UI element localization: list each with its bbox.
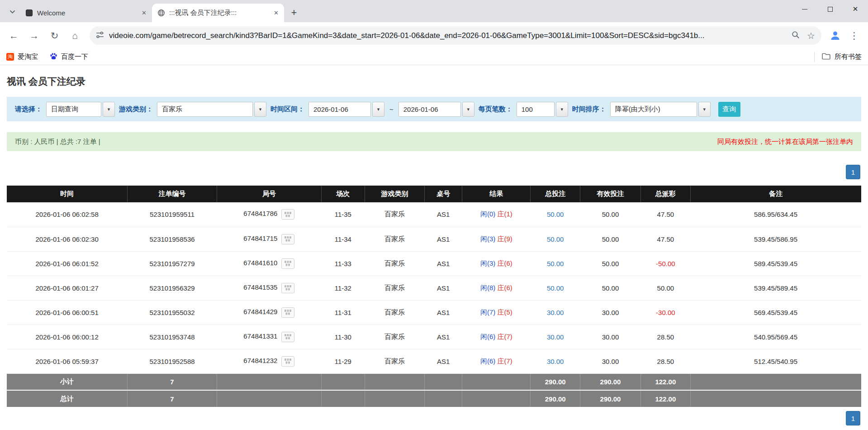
maximize-button[interactable] (817, 0, 843, 18)
folder-icon (822, 53, 830, 61)
cell-round: 674841331 (217, 325, 321, 349)
refresh-icon[interactable]: ↻ (45, 26, 64, 45)
url-bar[interactable]: videoie.com/game/betrecord_search/kind3?… (90, 26, 821, 45)
col-total-bet: 总投注 (531, 186, 580, 202)
search-button[interactable]: 查询 (718, 102, 740, 117)
round-detail-icon[interactable] (281, 283, 294, 293)
chevron-down-icon[interactable]: ▾ (372, 102, 384, 117)
minimize-button[interactable] (792, 0, 817, 18)
chevron-down-icon[interactable]: ▾ (254, 102, 266, 117)
summary-bar: 币别 : 人民币 | 总共 :7 注单 | 同局有效投注，统一计算在该局第一张注… (7, 132, 861, 151)
cell-time: 2026-01-06 06:00:51 (7, 300, 127, 325)
profile-avatar-icon[interactable] (827, 28, 843, 44)
cell-total-bet: 30.00 (531, 300, 580, 325)
date-start-select[interactable]: 2026-01-06 ▾ (308, 102, 384, 117)
tab-welcome[interactable]: Welcome ✕ (20, 4, 152, 22)
chevron-down-icon[interactable]: ▾ (103, 102, 115, 117)
cell-total-bet: 50.00 (531, 276, 580, 300)
tab-betrecord[interactable]: :::视讯 会员下注纪录::: ✕ (152, 4, 284, 22)
col-result: 结果 (462, 186, 531, 202)
cell-game: 百家乐 (365, 325, 424, 349)
browser-menu-icon[interactable]: ⋮ (845, 26, 863, 45)
cell-bet-id: 523101952588 (127, 349, 217, 373)
total-bet-link[interactable]: 30.00 (547, 309, 564, 316)
result-player: 闲(3) (480, 235, 495, 243)
cell-bet-id: 523101958536 (127, 227, 217, 251)
query-type-select[interactable]: 日期查询 ▾ (46, 102, 115, 117)
tab-close-icon[interactable]: ✕ (271, 8, 280, 18)
round-detail-icon[interactable] (281, 209, 294, 220)
bookmark-star-icon[interactable]: ☆ (807, 31, 815, 40)
result-banker: 庄(9) (497, 235, 512, 243)
home-icon[interactable]: ⌂ (66, 26, 84, 45)
cell-bet-id: 523101955032 (127, 300, 217, 325)
page-1-button[interactable]: 1 (846, 411, 860, 425)
subtotal-valid-bet: 290.00 (580, 373, 640, 390)
total-bet-link[interactable]: 50.00 (547, 235, 564, 243)
total-total-bet: 290.00 (531, 390, 580, 407)
close-window-button[interactable]: ✕ (843, 0, 868, 18)
cell-remark: 540.95/569.45 (690, 325, 861, 349)
total-bet-link[interactable]: 50.00 (547, 210, 564, 218)
cell-total-bet: 30.00 (531, 349, 580, 373)
round-number: 674841429 (243, 308, 277, 315)
cell-table: AS1 (425, 300, 462, 325)
chevron-down-icon[interactable]: ▾ (698, 102, 711, 117)
result-player: 闲(6) (480, 357, 495, 365)
currency-summary: 币别 : 人民币 | 总共 :7 注单 | (15, 138, 100, 146)
col-remark: 备注 (690, 186, 861, 202)
new-tab-button[interactable]: + (287, 5, 301, 20)
round-number: 674841331 (243, 332, 277, 340)
tab-title: Welcome (37, 9, 135, 17)
date-end-select[interactable]: 2026-01-06 ▾ (398, 102, 474, 117)
total-bet-link[interactable]: 30.00 (547, 358, 564, 365)
cell-valid-bet: 50.00 (580, 276, 640, 300)
date-start-value: 2026-01-06 (308, 102, 371, 117)
chevron-down-icon[interactable]: ▾ (462, 102, 474, 117)
forward-icon[interactable]: → (25, 26, 43, 45)
cell-game: 百家乐 (365, 276, 424, 300)
round-detail-icon[interactable] (281, 356, 294, 367)
tab-search-chevron-icon[interactable] (5, 4, 19, 19)
bookmark-baidu[interactable]: 百度一下 (50, 53, 88, 62)
total-bet-link[interactable]: 30.00 (547, 333, 564, 341)
cell-time: 2026-01-06 06:01:27 (7, 276, 127, 300)
site-info-icon[interactable] (96, 31, 104, 41)
all-bookmarks-button[interactable]: 所有书签 (814, 52, 862, 62)
chevron-down-icon[interactable]: ▾ (556, 102, 568, 117)
select-label: 请选择： (15, 105, 42, 114)
total-bet-link[interactable]: 50.00 (547, 260, 564, 268)
result-player: 闲(7) (480, 308, 495, 316)
result-banker: 庄(7) (497, 333, 512, 340)
game-kind-select[interactable]: 百家乐 ▾ (157, 102, 266, 117)
round-detail-icon[interactable] (281, 332, 294, 342)
back-icon[interactable]: ← (5, 26, 23, 45)
cell-remark: 569.45/539.45 (690, 300, 861, 325)
table-row: 2026-01-06 06:02:58 523101959511 6748417… (7, 202, 861, 227)
result-player: 闲(6) (480, 333, 495, 340)
cell-table: AS1 (425, 202, 462, 227)
cell-round: 674841786 (217, 202, 321, 227)
url-text[interactable]: videoie.com/game/betrecord_search/kind3?… (109, 31, 787, 40)
round-detail-icon[interactable] (281, 307, 294, 318)
round-detail-icon[interactable] (281, 234, 294, 244)
baidu-paw-icon (50, 53, 57, 62)
cell-valid-bet: 50.00 (580, 251, 640, 276)
per-page-select[interactable]: 100 ▾ (517, 102, 568, 117)
sort-select[interactable]: 降幂(由大到小) ▾ (610, 102, 711, 117)
round-detail-icon[interactable] (281, 258, 294, 269)
total-bet-link[interactable]: 50.00 (547, 284, 564, 292)
cell-table: AS1 (425, 251, 462, 276)
subtotal-label: 小计 (7, 373, 127, 390)
cell-valid-bet: 30.00 (580, 325, 640, 349)
bookmark-label: 百度一下 (61, 53, 88, 61)
zoom-icon[interactable] (792, 31, 800, 41)
tab-close-icon[interactable]: ✕ (139, 8, 148, 18)
cell-session: 11-29 (321, 349, 365, 373)
table-body: 2026-01-06 06:02:58 523101959511 6748417… (7, 202, 861, 373)
page-1-button[interactable]: 1 (846, 165, 860, 179)
query-type-value: 日期查询 (46, 102, 101, 117)
bookmark-aitaobao[interactable]: 淘 爱淘宝 (6, 53, 38, 61)
cell-bet-id: 523101959511 (127, 202, 217, 227)
page-title: 视讯 会员下注纪录 (7, 75, 861, 88)
